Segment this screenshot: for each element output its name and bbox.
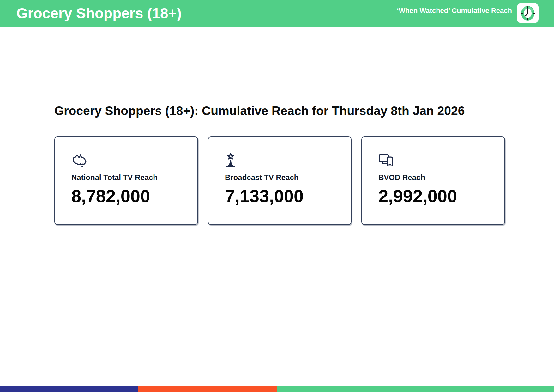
devices-icon <box>378 153 498 169</box>
footer-orange-segment <box>138 386 277 392</box>
header-subtitle: ‘When Watched’ Cumulative Reach <box>397 7 512 15</box>
card-label: National Total TV Reach <box>71 173 191 182</box>
app-logo <box>517 3 539 23</box>
card-national-total-tv-reach: National Total TV Reach 8,782,000 <box>54 136 198 225</box>
footer-navy-segment <box>0 386 138 392</box>
card-value: 7,133,000 <box>225 186 345 206</box>
kpi-cards-row: National Total TV Reach 8,782,000 Broadc… <box>54 136 505 225</box>
page-title: Grocery Shoppers (18+) <box>16 5 182 22</box>
footer-green-segment <box>277 386 554 392</box>
report-heading: Grocery Shoppers (18+): Cumulative Reach… <box>54 104 465 118</box>
australia-map-icon <box>71 153 191 169</box>
card-value: 8,782,000 <box>71 186 191 206</box>
footer-color-bar <box>0 386 554 392</box>
card-label: BVOD Reach <box>378 173 498 182</box>
card-bvod-reach: BVOD Reach 2,992,000 <box>361 136 505 225</box>
header-bar: Grocery Shoppers (18+) ‘When Watched’ Cu… <box>0 0 554 27</box>
header-right-group: ‘When Watched’ Cumulative Reach <box>397 3 539 23</box>
clock-icon <box>520 5 535 21</box>
broadcast-tower-icon <box>225 153 345 169</box>
card-value: 2,992,000 <box>378 186 498 206</box>
card-broadcast-tv-reach: Broadcast TV Reach 7,133,000 <box>208 136 352 225</box>
card-label: Broadcast TV Reach <box>225 173 345 182</box>
